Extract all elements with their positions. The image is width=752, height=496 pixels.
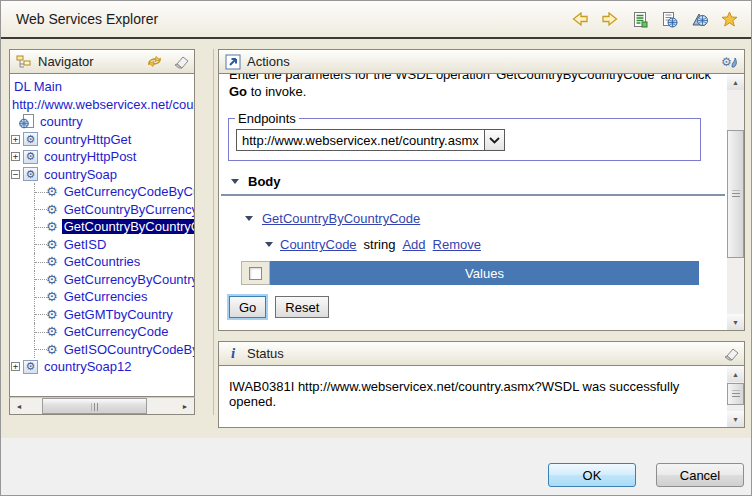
chevron-down-icon[interactable] [484,130,504,150]
tree-item-label: DL Main [12,79,64,94]
values-select-checkbox[interactable] [249,267,262,280]
body-section-toggle[interactable]: Body [231,174,727,189]
tree-item-getcurrencies[interactable]: ⚙GetCurrencies [10,288,194,306]
expand-icon[interactable]: + [11,362,20,371]
navigator-hscrollbar[interactable]: ◄ ► [9,397,195,415]
uddi-page-icon[interactable] [660,11,679,28]
tree-item-label: countryHttpGet [42,132,133,147]
tree-item-dl-main[interactable]: DL Main [10,78,194,96]
tree-item-label: GetCountries [62,254,143,269]
endpoints-legend: Endpoints [235,111,299,126]
tree-item-getgmtbycountry[interactable]: ⚙GetGMTbyCountry [10,306,194,324]
actions-vscrollbar[interactable]: ▲ ▼ [727,74,744,330]
clear-icon[interactable] [721,346,739,362]
clear-icon[interactable] [171,54,189,70]
tree-item-getcountrybycountrycode[interactable]: ⚙GetCountryByCountryCode [10,218,194,236]
main-toolbar [570,11,739,28]
tree-item-label: country [38,114,85,129]
wsil-page-icon[interactable] [690,11,709,28]
tree-item-getcurrencybycountry[interactable]: ⚙GetCurrencyByCountry [10,271,194,289]
collapse-triangle-icon[interactable] [245,216,253,221]
tree-item-getcurrencycode[interactable]: ⚙GetCurrencyCode [10,323,194,341]
operation-gear-icon: ⚙ [46,290,58,303]
actions-title: Actions [247,54,290,69]
tree-item-label: GetCurrencyCode [62,324,171,339]
binding-gear-icon: ⚙ [23,360,38,374]
operation-link[interactable]: GetCountryByCountryCode [262,211,420,226]
collapse-icon[interactable]: − [11,170,20,179]
binding-gear-icon: ⚙ [23,167,38,181]
endpoint-selected-value: http://www.webservicex.net/country.asmx [237,133,484,148]
tree-item-country[interactable]: country [10,113,194,131]
tree-item-countryhttppost[interactable]: +⚙countryHttpPost [10,148,194,166]
scroll-down-icon[interactable]: ▼ [727,314,744,330]
scroll-right-icon[interactable]: ► [177,398,193,414]
endpoint-select[interactable]: http://www.webservicex.net/country.asmx [236,129,505,151]
tree-item-label: countrySoap [42,167,119,182]
values-checkbox-cell [241,261,270,285]
tree-item-label: GetISD [62,237,109,252]
tree-connector [34,253,46,271]
tree-item-getcountries[interactable]: ⚙GetCountries [10,253,194,271]
actions-panel: Actions ⚙ Enter the parameters for the W… [218,49,745,331]
tree-item-label: http://www.webservicex.net/country [10,97,195,112]
scroll-left-icon[interactable]: ◄ [11,398,27,414]
navigator-header: Navigator [9,49,195,74]
favorites-icon[interactable] [720,11,739,28]
parameter-type-label: string [364,237,396,252]
tree-item-http-www-webservicex-net-country[interactable]: http://www.webservicex.net/country [10,96,194,114]
operation-gear-icon: ⚙ [46,255,58,268]
forward-icon[interactable] [600,11,619,28]
go-button[interactable]: Go [229,296,266,318]
navigator-title: Navigator [38,54,94,69]
add-link[interactable]: Add [402,237,425,252]
tree-connector [34,306,46,324]
actions-icon [224,54,242,70]
status-content: IWAB0381I http://www.webservicex.net/cou… [218,366,745,428]
refresh-icon[interactable] [145,54,163,70]
ok-button[interactable]: OK [548,463,636,487]
source-view-icon[interactable]: ⚙ [721,54,739,70]
tree-item-countrysoap12[interactable]: +⚙countrySoap12 [10,358,194,376]
collapse-triangle-icon[interactable] [265,242,273,247]
expand-icon[interactable]: + [11,135,20,144]
tree-item-getisocountrycodebycoun[interactable]: ⚙GetISOCountryCodeByCoun [10,341,194,359]
navigator-panel: Navigator DL Mainhttp://www.webservicex.… [9,49,195,415]
page-title: Web Services Explorer [16,11,158,27]
tree-item-getcountrybycurrencycod[interactable]: ⚙GetCountryByCurrencyCod [10,201,194,219]
scroll-down-icon[interactable]: ▼ [727,411,744,427]
cancel-button[interactable]: Cancel [656,463,744,487]
tree-item-countryhttpget[interactable]: +⚙countryHttpGet [10,131,194,149]
status-vscrollbar[interactable]: ▲ ▼ [727,366,744,427]
tree-item-label: GetCurrencyCodeByCurrenc [62,184,195,199]
hscroll-thumb[interactable] [42,398,147,414]
vscroll-thumb[interactable] [727,130,744,258]
tree-item-label: GetISOCountryCodeByCoun [62,342,195,357]
vscroll-thumb[interactable] [727,383,744,405]
tree-item-getcurrencycodebycurrenc[interactable]: ⚙GetCurrencyCodeByCurrenc [10,183,194,201]
remove-link[interactable]: Remove [433,237,481,252]
tree-connector [34,271,46,289]
web-services-explorer-dialog: Web Services Explorer [0,0,752,496]
values-column-header: Values [270,261,699,285]
values-table: Values [241,261,699,285]
tree-item-getisd[interactable]: ⚙GetISD [10,236,194,254]
back-icon[interactable] [570,11,589,28]
expand-icon[interactable]: + [11,152,20,161]
collapse-triangle-icon [231,179,239,184]
body-section-rule [221,194,725,196]
status-title: Status [247,346,284,361]
tree-connector [34,218,46,236]
tree-item-label: countryHttpPost [42,149,139,164]
parameter-row: CountryCode string Add Remove [265,237,727,252]
tree-connector [34,341,46,359]
scroll-up-icon[interactable]: ▲ [727,74,744,90]
tree-item-label: GetCurrencies [62,289,150,304]
wsdl-page-icon[interactable] [630,11,649,28]
reset-button[interactable]: Reset [275,296,329,318]
panel-divider[interactable] [213,49,214,415]
scroll-up-icon[interactable]: ▲ [727,366,744,382]
operation-gear-icon: ⚙ [46,203,58,216]
parameter-name-link[interactable]: CountryCode [280,237,357,252]
tree-item-countrysoap[interactable]: −⚙countrySoap [10,166,194,184]
